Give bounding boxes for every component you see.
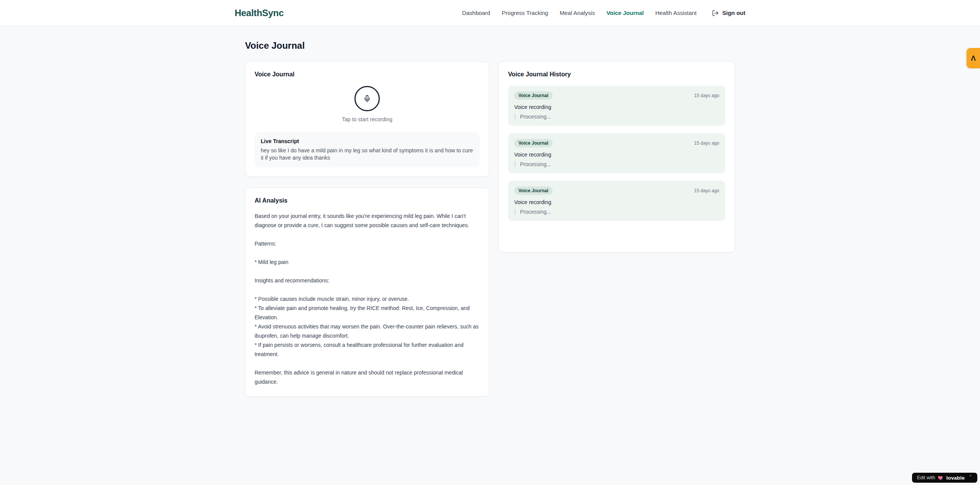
entry-type-badge: Voice Journal [514,91,553,100]
history-card: Voice Journal History Voice Journal 15 d… [498,61,735,252]
entry-timestamp: 15 days ago [694,140,719,146]
entry-status: Processing... [515,161,719,167]
entry-label: Voice recording [514,152,719,158]
analysis-paragraph: * Possible causes include muscle strain,… [255,294,480,359]
nav-link[interactable]: Health Assistant [655,10,697,16]
record-button[interactable] [354,86,380,111]
analysis-paragraph: Based on your journal entry, it sounds l… [255,211,480,230]
history-title: Voice Journal History [508,71,725,78]
entry-timestamp: 15 days ago [694,188,719,193]
entry-timestamp: 15 days ago [694,93,719,98]
main-content: Voice Journal Voice Journal Tap to start… [245,26,735,397]
analysis-paragraph: Remember, this advice is general in natu… [255,368,480,386]
side-badge-logo-icon: Λ [971,54,976,62]
entry-type-badge: Voice Journal [514,139,553,147]
ai-analysis-title: AI Analysis [255,197,480,204]
sign-out-button[interactable]: Sign out [712,10,745,16]
history-entry[interactable]: Voice Journal 15 days ago Voice recordin… [508,86,725,126]
recorder-card: Voice Journal Tap to start recording Liv… [245,61,489,177]
live-transcript-title: Live Transcript [261,138,473,144]
edit-with-lovable-badge[interactable]: Edit with lovable × [912,473,977,483]
heart-icon [938,475,944,481]
entry-label: Voice recording [514,104,719,110]
record-hint: Tap to start recording [342,116,392,122]
page-title: Voice Journal [245,26,735,61]
history-entry[interactable]: Voice Journal 15 days ago Voice recordin… [508,181,725,221]
lovable-brand-label: lovable [946,475,965,481]
sign-out-icon [712,10,719,16]
entry-label: Voice recording [514,199,719,205]
nav-link[interactable]: Progress Tracking [502,10,548,16]
side-panel-badge[interactable]: Λ [967,48,980,68]
entry-type-badge: Voice Journal [514,186,553,195]
live-transcript-text: hey so like I do have a mild pain in my … [261,147,473,162]
main-nav: DashboardProgress TrackingMeal AnalysisV… [462,10,745,16]
brand-logo[interactable]: HealthSync [235,8,284,18]
live-transcript-box: Live Transcript hey so like I do have a … [255,132,480,167]
analysis-paragraph: Patterns: [255,239,480,248]
recorder-card-title: Voice Journal [255,71,480,78]
sign-out-label: Sign out [722,10,745,16]
entry-status: Processing... [515,209,719,215]
microphone-icon [363,95,371,102]
history-entry[interactable]: Voice Journal 15 days ago Voice recordin… [508,133,725,173]
close-icon[interactable]: × [969,473,972,478]
app-header: HealthSync DashboardProgress TrackingMea… [0,0,980,26]
analysis-paragraph: * Mild leg pain [255,257,480,267]
nav-link[interactable]: Meal Analysis [560,10,595,16]
nav-link[interactable]: Voice Journal [606,10,644,16]
ai-analysis-card: AI Analysis Based on your journal entry,… [245,188,489,397]
edit-badge-prefix: Edit with [917,475,935,480]
nav-link[interactable]: Dashboard [462,10,490,16]
analysis-paragraph: Insights and recommendations: [255,276,480,285]
entry-status: Processing... [515,114,719,120]
